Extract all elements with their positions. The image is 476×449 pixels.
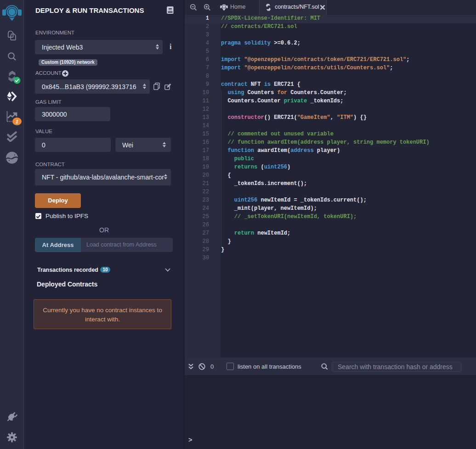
svg-text:1: 1 (16, 118, 18, 125)
